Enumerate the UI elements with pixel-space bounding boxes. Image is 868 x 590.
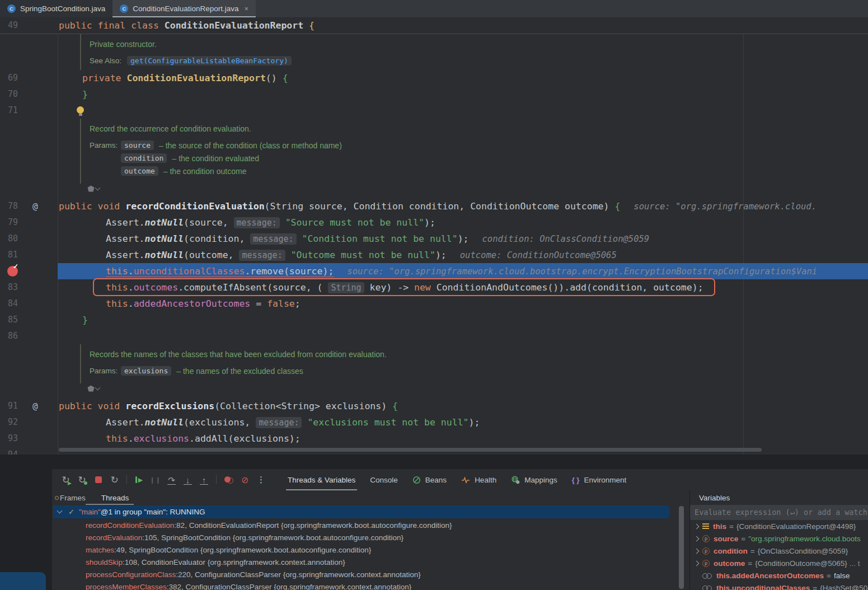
tab-environment[interactable]: { }Environment — [565, 469, 634, 490]
code-line-70: 70} — [0, 86, 868, 102]
file-tab-SpringBootCondition.java[interactable]: CSpringBootCondition.java — [0, 0, 112, 17]
resume-icon[interactable]: ▶ — [132, 472, 147, 487]
horizontal-scrollbar[interactable] — [59, 448, 762, 452]
stop-icon[interactable] — [91, 472, 106, 487]
equals-sign: = — [813, 584, 817, 590]
line-number[interactable]: 83 — [8, 279, 18, 296]
line-number[interactable]: 69 — [8, 70, 18, 86]
variable-row[interactable]: poutcome={ConditionOutcome@5065}... t — [690, 557, 868, 569]
frames-scrollbar[interactable] — [679, 506, 684, 589]
code-line-86: 86 — [0, 328, 868, 344]
tab-health[interactable]: Health — [454, 469, 504, 490]
tab-label: Console — [370, 476, 398, 484]
javadoc-block: Record the occurrence of condition evalu… — [80, 119, 868, 184]
tab-beans[interactable]: Beans — [405, 469, 454, 490]
health-icon — [461, 476, 470, 484]
refresh-icon[interactable]: ↻ — [107, 472, 122, 487]
ide-window: CSpringBootCondition.javaCConditionEvalu… — [0, 0, 868, 590]
line-number[interactable]: 80 — [8, 231, 18, 247]
see-also-link[interactable]: get(ConfigurableListableBeanFactory) — [127, 56, 292, 65]
variables-pane: Variables Evaluate expression (↵) or add… — [689, 490, 868, 590]
tab-console[interactable]: Console — [363, 469, 405, 490]
param-description: – the source of the condition (class or … — [159, 141, 342, 150]
rerun-icon[interactable]: ↻▶ — [58, 472, 73, 487]
code-editor[interactable]: 49public final class ConditionEvaluation… — [0, 17, 868, 455]
code-text: public void recordExclusions(Collection<… — [59, 398, 398, 414]
view-breakpoints-icon[interactable] — [221, 472, 236, 487]
stack-frame-row[interactable]: recordConditionEvaluation:82, ConditionE… — [52, 519, 689, 532]
annotation-gutter-icon[interactable]: @ — [32, 198, 38, 214]
restart-debug-icon[interactable]: ↻ — [74, 472, 90, 487]
chevron-down-icon[interactable] — [57, 508, 63, 514]
step-into-icon[interactable]: ↓ — [180, 472, 195, 487]
sticky-header-line: 49public final class ConditionEvaluation… — [0, 17, 868, 34]
stack-frame-row[interactable]: recordEvaluation:105, SpringBootConditio… — [52, 532, 689, 544]
tab-mappings[interactable]: Mappings — [504, 469, 565, 490]
line-number[interactable]: 93 — [8, 430, 18, 447]
annotation-gutter-icon[interactable]: @ — [32, 398, 38, 414]
code-line-92: 92Assert.notNull(exclusions, message: "e… — [0, 414, 868, 430]
stack-frame-row[interactable]: shouldSkip:108, ConditionEvaluator {org.… — [52, 556, 689, 569]
file-tab-label: ConditionEvaluationReport.java — [133, 4, 238, 13]
chevron-right-icon[interactable] — [694, 548, 700, 554]
stack-frame-row[interactable]: processMemberClasses:382, ConfigurationC… — [52, 581, 689, 590]
subtab-threads[interactable]: Threads — [101, 494, 129, 502]
step-out-icon[interactable]: ↑ — [196, 472, 212, 487]
stack-frame-row[interactable]: processConfigurationClass:220, Configura… — [52, 569, 689, 581]
line-number[interactable]: 81 — [8, 247, 18, 263]
chevron-right-icon[interactable] — [694, 523, 700, 529]
pause-icon[interactable]: ❙❙ — [148, 472, 163, 487]
step-over-icon[interactable]: ↷ — [164, 472, 179, 487]
line-number[interactable]: 70 — [8, 86, 18, 102]
file-tab-ConditionEvaluationReport.java[interactable]: CConditionEvaluationReport.java× — [112, 0, 256, 17]
debug-tabs: Threads & VariablesConsoleBeansHealthMap… — [280, 469, 634, 490]
line-number[interactable]: 85 — [8, 312, 18, 328]
thread-row[interactable]: ✓ "main" @1 in group "main": RUNNING — [53, 505, 670, 518]
param-name-chip: outcome — [121, 166, 158, 176]
line-number[interactable]: 49 — [8, 17, 18, 34]
line-number[interactable]: 94 — [8, 447, 18, 455]
line-number[interactable]: 71 — [8, 102, 18, 119]
frame-method: recordEvaluation — [86, 533, 142, 542]
chevron-right-icon[interactable] — [694, 536, 700, 541]
frame-location: :108, ConditionEvaluator {org.springfram… — [123, 558, 345, 566]
variable-row[interactable]: psource="org.springframework.cloud.boots — [690, 532, 868, 545]
docs-render-toggle-icon[interactable] — [87, 385, 100, 392]
variable-row[interactable]: this.unconditionalClasses={HashSet@504 — [690, 582, 868, 590]
line-number[interactable]: 79 — [8, 214, 18, 231]
tab-label: Health — [475, 476, 496, 484]
variable-value: false — [834, 572, 850, 580]
variable-row[interactable]: this={ConditionEvaluationReport@4498} — [690, 520, 868, 532]
tab-threads-variables[interactable]: Threads & Variables — [280, 469, 363, 490]
intention-bulb-icon[interactable] — [77, 106, 84, 114]
frames-threads-pane: FramesThreads ✓ "main" @1 in group "main… — [52, 490, 689, 590]
variable-row[interactable]: pcondition={OnClassCondition@5059} — [690, 545, 868, 557]
equals-sign: = — [750, 547, 755, 555]
variable-row[interactable]: this.addedAncestorOutcomes=false — [690, 569, 868, 582]
chevron-right-icon[interactable] — [694, 560, 700, 566]
params-label: Params: — [90, 141, 121, 149]
thread-check-icon: ✓ — [68, 508, 74, 516]
editor-tab-bar: CSpringBootCondition.javaCConditionEvalu… — [0, 0, 868, 17]
code-text: public final class ConditionEvaluationRe… — [59, 17, 315, 34]
docs-render-toggle-icon[interactable] — [87, 185, 100, 193]
line-number[interactable]: 86 — [8, 328, 18, 344]
stack-frame-row[interactable]: matches:49, SpringBootCondition {org.spr… — [52, 544, 689, 556]
line-number[interactable]: 84 — [8, 296, 18, 312]
code-text: Assert.notNull(condition, message: "Cond… — [106, 231, 649, 247]
line-number[interactable]: 91 — [8, 398, 18, 414]
javadoc-param-row: Params:exclusions– the names of the excl… — [90, 366, 868, 376]
equals-sign: = — [827, 572, 831, 580]
line-number[interactable]: 92 — [8, 414, 18, 430]
inline-debugger-hint: outcome: ConditionOutcome@5065 — [460, 250, 617, 260]
mute-breakpoints-icon[interactable]: ⊘ — [237, 472, 252, 487]
code-text: this.outcomes.computeIfAbsent(source, ( … — [106, 279, 703, 296]
frame-method: matches — [86, 546, 114, 554]
line-number[interactable]: 78 — [8, 198, 18, 214]
subtab-frames[interactable]: Frames — [60, 494, 86, 502]
more-icon[interactable]: ⋮ — [254, 472, 269, 487]
parameter-icon: p — [702, 535, 710, 542]
evaluate-expression-input[interactable]: Evaluate expression (↵) or add a watch — [690, 505, 868, 520]
breakpoint-icon[interactable] — [7, 266, 18, 277]
close-icon[interactable]: × — [244, 4, 248, 13]
